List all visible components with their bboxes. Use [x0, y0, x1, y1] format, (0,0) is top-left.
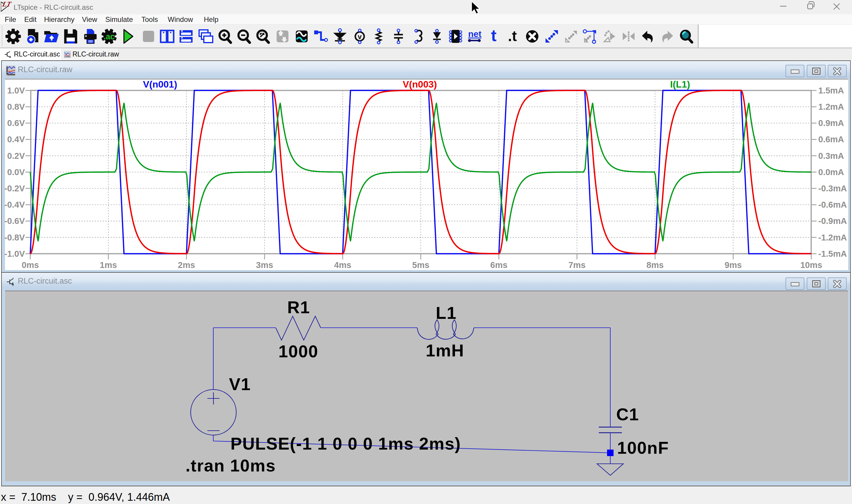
- svg-text:R1: R1: [287, 298, 310, 317]
- svg-text:PULSE(-1 1 0 0 0 1ms 2ms): PULSE(-1 1 0 0 0 1ms 2ms): [231, 434, 461, 453]
- svg-text:C1: C1: [616, 404, 639, 424]
- svg-text:.tran 10ms: .tran 10ms: [185, 456, 276, 475]
- svg-text:L1: L1: [436, 303, 457, 322]
- svg-text:V1: V1: [229, 375, 251, 394]
- svg-text:1mH: 1mH: [426, 341, 464, 360]
- svg-text:1000: 1000: [278, 342, 318, 361]
- svg-text:100nF: 100nF: [617, 438, 669, 457]
